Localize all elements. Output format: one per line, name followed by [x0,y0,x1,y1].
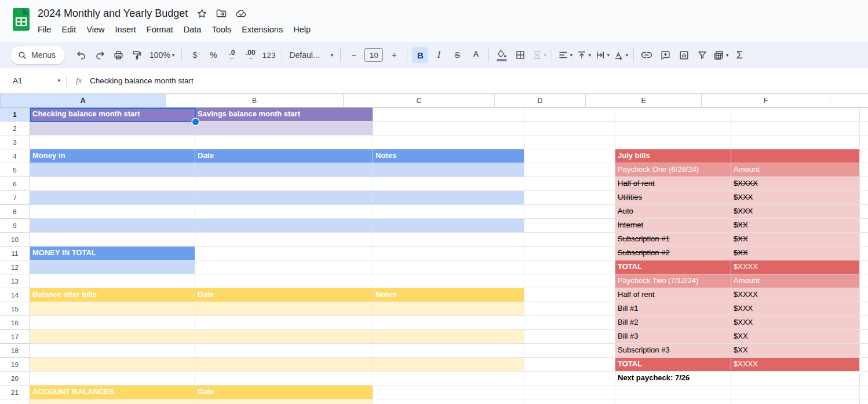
cell-F16[interactable]: $XXX [731,316,860,330]
italic-button[interactable]: I [431,47,447,63]
cell-B1[interactable]: Savings balance month start [195,108,373,122]
cell-B9[interactable] [195,219,373,233]
merge-cells-button[interactable]: ▾ [531,47,547,63]
cell-B5[interactable] [195,163,373,177]
cell-blank[interactable] [860,135,868,149]
cell-C18[interactable] [373,344,524,358]
cell-blank[interactable] [860,385,868,399]
cell-A22[interactable] [30,399,195,404]
row-header-13[interactable]: 13 [0,274,30,288]
strikethrough-button[interactable]: S [449,47,465,63]
row-header-8[interactable]: 8 [0,205,30,219]
column-header-c[interactable]: C [344,94,495,108]
cell-C6[interactable] [373,177,524,191]
cell-D18[interactable] [524,344,615,358]
cell-D8[interactable] [524,205,615,219]
cell-A2[interactable] [30,122,195,135]
cell-B4[interactable]: Date [195,149,373,163]
cell-C9[interactable] [373,219,524,233]
cell-A13[interactable] [30,274,195,288]
cell-B19[interactable] [195,358,373,372]
cell-C5[interactable] [373,163,524,177]
print-button[interactable] [110,47,126,63]
cell-A19[interactable] [30,358,195,372]
move-to-folder-icon[interactable] [216,8,227,19]
column-header-blank[interactable] [830,94,868,108]
cell-blank[interactable] [860,372,868,385]
cell-B22[interactable] [195,399,373,404]
cell-B11[interactable] [195,247,373,260]
cell-F10[interactable]: $XX [731,233,860,247]
cell-D21[interactable] [524,385,615,399]
row-header-20[interactable]: 20 [0,372,30,385]
cell-E6[interactable]: Half of rent [615,177,731,191]
decrease-decimal-button[interactable]: .0← [224,47,240,63]
undo-button[interactable] [73,47,89,63]
row-header-22[interactable]: 22 [0,399,30,404]
cell-E2[interactable] [615,122,731,135]
format-percent-button[interactable]: % [205,47,221,63]
cell-D16[interactable] [524,316,615,330]
cell-blank[interactable] [860,108,868,122]
cell-blank[interactable] [860,163,868,177]
cell-C2[interactable] [373,122,524,135]
menu-item-insert[interactable]: Insert [110,23,141,36]
row-header-19[interactable]: 19 [0,358,30,372]
cell-E3[interactable] [615,135,731,149]
cell-C8[interactable] [373,205,524,219]
cell-blank[interactable] [860,358,868,372]
cell-blank[interactable] [860,177,868,191]
menu-item-view[interactable]: View [81,23,110,36]
row-header-11[interactable]: 11 [0,247,30,260]
functions-button[interactable]: Σ [731,47,747,63]
cell-D14[interactable] [524,288,615,302]
cell-D13[interactable] [524,274,615,288]
font-size-input[interactable]: 10 [364,48,383,62]
cell-blank[interactable] [860,122,868,135]
fill-color-button[interactable] [494,47,510,63]
cell-E17[interactable]: Bill #3 [615,330,731,344]
cell-B10[interactable] [195,233,373,247]
cell-D1[interactable] [524,108,615,122]
zoom-control[interactable]: 100% ▾ [147,47,177,63]
create-filter-button[interactable] [694,47,710,63]
cell-F1[interactable] [731,108,860,122]
cell-C11[interactable] [373,247,524,260]
cell-D6[interactable] [524,177,615,191]
menu-item-format[interactable]: Format [141,23,178,36]
cell-E5[interactable]: Paycheck One (6/28/24) [615,163,731,177]
menu-item-data[interactable]: Data [178,23,207,36]
row-header-7[interactable]: 7 [0,191,30,205]
text-rotation-button[interactable]: ▾ [612,47,629,63]
menus-search-button[interactable]: Menus [10,46,65,64]
menu-item-file[interactable]: File [32,23,56,36]
row-header-15[interactable]: 15 [0,302,30,316]
cell-E11[interactable]: Subscription #2 [615,247,731,260]
cell-blank[interactable] [860,288,868,302]
column-header-a[interactable]: A [1,94,166,108]
row-header-6[interactable]: 6 [0,177,30,191]
cell-D7[interactable] [524,191,615,205]
row-header-2[interactable]: 2 [0,122,30,135]
cell-A6[interactable] [30,177,195,191]
cell-blank[interactable] [860,260,868,274]
redo-button[interactable] [92,47,108,63]
cell-E19[interactable]: TOTAL [615,358,731,372]
decrease-font-size-button[interactable]: − [345,47,362,63]
row-header-10[interactable]: 10 [0,233,30,247]
format-currency-button[interactable]: $ [187,47,203,63]
cell-D3[interactable] [524,135,615,149]
cell-F22[interactable] [731,399,860,404]
row-header-3[interactable]: 3 [0,135,30,149]
insert-chart-button[interactable] [676,47,692,63]
cell-E9[interactable]: Internet [615,219,731,233]
cell-B18[interactable] [195,344,373,358]
cell-E7[interactable]: Utilities [615,191,731,205]
cell-blank[interactable] [860,316,868,330]
cell-B13[interactable] [195,274,373,288]
column-header-d[interactable]: D [495,94,586,108]
cell-E15[interactable]: Bill #1 [615,302,731,316]
row-header-9[interactable]: 9 [0,219,30,233]
cell-A3[interactable] [30,135,195,149]
cell-F15[interactable]: $XXX [731,302,860,316]
